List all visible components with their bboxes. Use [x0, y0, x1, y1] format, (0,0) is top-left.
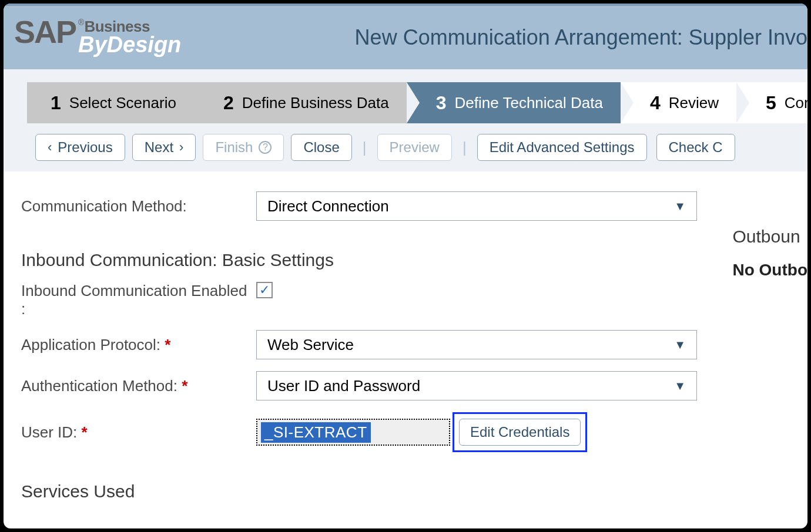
action-toolbar: ‹ Previous Next › Finish ? Close | Previ…	[27, 123, 795, 171]
toolbar-divider: |	[459, 139, 470, 157]
preview-button[interactable]: Preview	[377, 134, 452, 161]
inbound-enabled-label: Inbound Communication Enabled :	[21, 282, 256, 318]
logo-sap-text: SAP	[14, 18, 76, 46]
next-button[interactable]: Next ›	[132, 134, 196, 161]
chevron-right-icon: ›	[179, 140, 183, 155]
authentication-method-label: Authentication Method:	[21, 377, 256, 395]
chevron-left-icon: ‹	[48, 140, 52, 155]
wizard-step-2[interactable]: 2 Define Business Data	[194, 82, 407, 123]
wizard-step-label: Review	[669, 94, 719, 112]
application-protocol-label: Application Protocol:	[21, 336, 256, 354]
wizard-step-label: Define Business Data	[242, 94, 389, 112]
wizard-steps: 1 Select Scenario 2 Define Business Data…	[27, 82, 795, 123]
user-id-value: _SI-EXTRACT	[261, 422, 371, 443]
wizard-step-label: Define Technical Data	[455, 94, 603, 112]
chevron-down-icon: ▼	[674, 338, 686, 352]
app-header: SAP ®Business ByDesign New Communication…	[4, 4, 807, 69]
outbound-none-text: No Outbo	[732, 261, 807, 280]
brand-logo: SAP ®Business ByDesign	[14, 18, 181, 58]
inbound-enabled-checkbox[interactable]: ✓	[256, 282, 273, 298]
check-completeness-button[interactable]: Check C	[656, 134, 735, 161]
edit-credentials-highlight: Edit Credentials	[453, 412, 587, 452]
toolbar-divider: |	[359, 139, 370, 157]
user-id-input[interactable]: _SI-EXTRACT	[256, 419, 450, 446]
row-communication-method: Communication Method: Direct Connection …	[21, 186, 807, 227]
registered-mark: ®	[78, 18, 84, 27]
user-id-label: User ID:	[21, 423, 256, 442]
wizard-step-label: Confirmation	[785, 94, 811, 112]
edit-credentials-button[interactable]: Edit Credentials	[459, 419, 581, 446]
wizard-step-5[interactable]: 5 Confirmation	[736, 82, 811, 123]
communication-method-label: Communication Method:	[21, 197, 256, 216]
select-value: Direct Connection	[267, 197, 389, 216]
wizard-step-label: Select Scenario	[69, 94, 176, 112]
chevron-down-icon: ▼	[674, 200, 686, 213]
form-content: Communication Method: Direct Connection …	[4, 171, 807, 507]
close-button[interactable]: Close	[291, 134, 351, 161]
previous-button[interactable]: ‹ Previous	[35, 134, 125, 161]
application-protocol-select[interactable]: Web Service ▼	[256, 330, 697, 359]
select-value: Web Service	[267, 336, 354, 354]
wizard-area: 1 Select Scenario 2 Define Business Data…	[4, 69, 807, 171]
app-frame: SAP ®Business ByDesign New Communication…	[0, 0, 811, 532]
inbound-section-heading: Inbound Communication: Basic Settings	[21, 250, 697, 270]
page-title: New Communication Arrangement: Suppler I…	[310, 25, 807, 50]
help-icon: ?	[259, 141, 272, 154]
wizard-step-1[interactable]: 1 Select Scenario	[27, 82, 194, 123]
authentication-method-select[interactable]: User ID and Password ▼	[256, 371, 697, 400]
communication-method-select[interactable]: Direct Connection ▼	[256, 191, 697, 221]
logo-bydesign-text: ByDesign	[78, 32, 181, 58]
select-value: User ID and Password	[267, 377, 420, 395]
finish-button[interactable]: Finish ?	[203, 134, 284, 161]
wizard-step-3[interactable]: 3 Define Technical Data	[407, 82, 621, 123]
wizard-step-4[interactable]: 4 Review	[621, 82, 736, 123]
edit-advanced-settings-button[interactable]: Edit Advanced Settings	[477, 134, 647, 161]
outbound-section-heading: Outboun	[732, 227, 807, 247]
services-used-heading: Services Used	[21, 482, 697, 501]
chevron-down-icon: ▼	[674, 379, 686, 393]
